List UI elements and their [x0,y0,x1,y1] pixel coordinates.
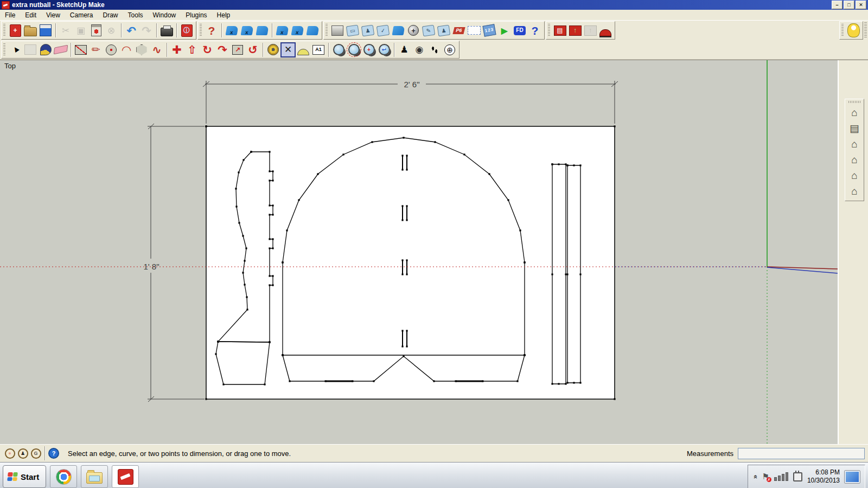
offset-tool-button[interactable]: ↺ [245,42,260,57]
view-iso-button[interactable]: ⌂ [846,105,863,120]
menu-help[interactable]: Help [212,10,235,20]
plugin-p6-button[interactable]: P6 [451,23,467,38]
view-left-button[interactable]: ⌂ [846,183,863,199]
eraser-tool-button[interactable] [53,42,68,57]
dimension-width[interactable]: 2' 6" [203,80,618,124]
rotate-tool-button[interactable]: ↻ [200,42,215,57]
taskbar-sketchup-button[interactable] [112,465,139,488]
close-button[interactable]: ✕ [856,1,866,9]
plugin-wedge-3-button[interactable] [391,23,406,38]
section-plane-button[interactable]: ⊕ [442,42,457,57]
plugin-fd-button[interactable]: FD [512,23,527,38]
plugin-select-rect-button[interactable] [467,23,482,38]
taskbar-explorer-button[interactable] [81,465,108,488]
text-tool-button[interactable]: A1 [311,42,326,57]
plugin-panel-1-button[interactable]: ▭ [345,23,360,38]
zoom-extents-button[interactable]: + [361,42,376,57]
plugin-panel-2-button[interactable]: ♟ [360,23,375,38]
minimize-button[interactable]: – [832,1,843,9]
freehand-tool-button[interactable]: ∿ [149,42,164,57]
plugin-run-button[interactable]: ► [497,23,512,38]
circle-tool-button[interactable] [104,42,119,57]
plugin-wedge-2-button[interactable] [305,23,320,38]
view-back-button[interactable]: ⌂ [846,168,863,183]
toolbar-grip[interactable] [848,101,860,103]
measurements-input[interactable] [738,448,865,459]
share-model-button[interactable]: ↑ [567,23,583,38]
plugin-panel-3-button[interactable]: ✓ [375,23,391,38]
paste-button[interactable] [88,23,104,38]
push-pull-tool-button[interactable]: ⇧ [184,42,200,57]
scale-tool-button[interactable]: ↗ [230,42,245,57]
status-person-icon[interactable]: ♟ [16,447,29,460]
maximize-button[interactable]: □ [844,1,854,9]
model-geometry[interactable]: 2' 6" 1' 8" [0,60,838,444]
plugin-flip-x4-button[interactable]: x [290,23,305,38]
tray-clock[interactable]: 6:08 PM 10/30/2013 [807,468,840,485]
toolbar-grip[interactable] [3,43,5,56]
toolbar-grip[interactable] [548,24,550,37]
plugin-flip-x2-button[interactable]: x [239,23,254,38]
menu-draw[interactable]: Draw [98,10,123,20]
action-center-flag-icon[interactable]: ⚑✗ [762,472,769,481]
menu-camera[interactable]: Camera [65,10,98,20]
plugin-panel-4-button[interactable]: ✎ [421,23,436,38]
protractor-tool-button[interactable] [296,42,311,57]
show-desktop-icon[interactable] [845,471,860,483]
plugin-help-button[interactable]: ? [527,23,542,38]
dimension-tool-button[interactable]: ✕ [280,42,296,57]
line-tool-button[interactable]: ✏ [88,42,104,57]
polygon-tool-button[interactable] [134,42,149,57]
save-button[interactable] [38,23,53,38]
menu-edit[interactable]: Edit [20,10,41,20]
menu-plugins[interactable]: Plugins [181,10,212,20]
warehouse-dome-button[interactable] [598,23,613,38]
tape-measure-tool-button[interactable] [265,42,280,57]
network-signal-icon[interactable] [774,473,788,481]
paint-bucket-button[interactable] [38,42,53,57]
zoom-tool-button[interactable] [331,42,346,57]
view-top-button[interactable]: ▤ [846,120,863,136]
view-right-button[interactable]: ⌂ [846,152,863,168]
menu-file[interactable]: File [0,10,20,20]
status-claim-icon[interactable]: G [29,447,42,460]
plugin-box-button[interactable] [330,23,345,38]
menu-window[interactable]: Window [148,10,181,20]
start-button[interactable]: Start [3,465,46,488]
model-info-button[interactable]: ⓘ [179,23,194,38]
plugin-wedge-1-button[interactable] [254,23,270,38]
homer-simpson-plugin-button[interactable] [846,23,861,38]
position-camera-button[interactable]: ♟ [397,42,412,57]
plugin-123-button[interactable]: 123 [482,23,497,38]
arc-tool-button[interactable]: ◠ [119,42,134,57]
taskbar-chrome-button[interactable] [50,465,77,488]
drawing-canvas[interactable]: Top 2' 6" 1' 8" [0,60,868,444]
move-tool-button[interactable]: ✚ [169,42,184,57]
toolbar-grip[interactable] [3,24,5,37]
tray-expand-icon[interactable]: » [751,474,759,478]
plugin-panel-5-button[interactable]: ♟ [436,23,451,38]
send-to-layout-button[interactable]: ▤ [552,23,567,38]
toolbar-grip[interactable] [841,24,844,37]
status-credit-icon[interactable]: ● [3,447,16,460]
view-front-button[interactable]: ⌂ [846,136,863,152]
plugin-axes-ball-button[interactable]: + [406,23,421,38]
dimension-height[interactable]: 1' 8" [143,124,205,402]
rectangle-tool-button[interactable] [73,42,88,57]
print-button[interactable] [159,23,174,38]
toolbar-grip[interactable] [200,24,202,37]
new-button[interactable]: + [8,23,23,38]
toolbar-grip[interactable] [864,22,867,38]
undo-button[interactable]: ↶ [124,23,139,38]
power-plug-icon[interactable] [793,472,802,481]
look-around-button[interactable]: ◉ [412,42,427,57]
plugin-flip-x3-button[interactable]: x [275,23,290,38]
zoom-previous-button[interactable]: ↩ [376,42,392,57]
zoom-window-button[interactable] [346,42,361,57]
walk-tool-button[interactable] [427,42,442,57]
plugin-screwdriver-button[interactable]: ? [204,23,219,38]
menu-tools[interactable]: Tools [123,10,148,20]
plugin-flip-x1-button[interactable]: x [224,23,239,38]
follow-me-tool-button[interactable]: ↷ [215,42,230,57]
status-help-icon[interactable]: ? [47,447,60,460]
